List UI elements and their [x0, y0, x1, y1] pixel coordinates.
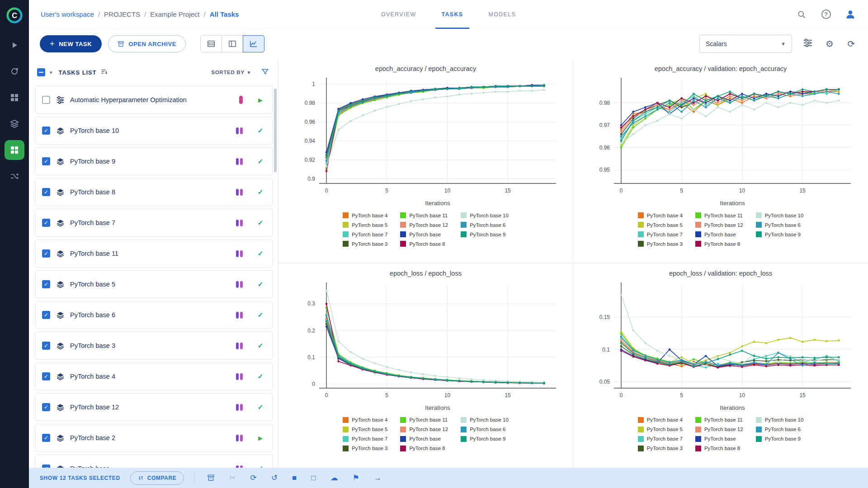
task-row[interactable]: ✓PyTorch base 4✓: [35, 362, 273, 390]
split-view-button[interactable]: [222, 35, 243, 52]
nav-projects-icon[interactable]: [5, 140, 24, 160]
help-icon[interactable]: ?: [820, 9, 832, 20]
metric-select[interactable]: Scalars ▼: [699, 35, 792, 53]
task-row[interactable]: ✓PyTorch base✓: [35, 455, 273, 468]
legend-item[interactable]: PyTorch base: [400, 434, 448, 444]
task-name[interactable]: PyTorch base 8: [70, 188, 230, 196]
legend-item[interactable]: PyTorch base 10: [756, 211, 804, 220]
open-archive-button[interactable]: OPEN ARCHIVE: [108, 35, 186, 52]
nav-dashboard-icon[interactable]: [5, 61, 24, 81]
task-name[interactable]: PyTorch base 11: [70, 250, 230, 257]
tab-overview[interactable]: OVERVIEW: [368, 0, 429, 29]
nav-datasets-icon[interactable]: [5, 88, 24, 108]
legend-item[interactable]: PyTorch base 3: [343, 239, 387, 249]
legend-item[interactable]: PyTorch base 10: [461, 211, 509, 220]
legend-item[interactable]: PyTorch base 4: [343, 211, 387, 220]
new-task-button[interactable]: + NEW TASK: [40, 35, 102, 52]
task-name[interactable]: PyTorch base 10: [70, 127, 230, 134]
compare-button[interactable]: COMPARE: [130, 471, 184, 485]
sorted-by-dropdown[interactable]: SORTED BY ▾: [211, 70, 250, 75]
task-checkbox[interactable]: ✓: [42, 465, 50, 468]
tab-tasks[interactable]: TASKS: [429, 0, 476, 29]
legend-item[interactable]: PyTorch base 10: [756, 415, 804, 425]
search-icon[interactable]: [796, 9, 807, 20]
reset-icon[interactable]: ↺: [271, 473, 278, 483]
legend-item[interactable]: PyTorch base 5: [638, 425, 683, 434]
task-name[interactable]: PyTorch base 9: [70, 158, 230, 165]
task-row[interactable]: ✓PyTorch base 3✓: [35, 332, 273, 360]
task-name[interactable]: Automatic Hyperparameter Optimization: [70, 96, 233, 103]
legend-item[interactable]: PyTorch base 9: [756, 230, 804, 239]
legend-item[interactable]: PyTorch base 4: [638, 211, 683, 220]
chart-plot[interactable]: 05101500.10.20.3Iterations: [290, 278, 561, 413]
legend-item[interactable]: PyTorch base 6: [461, 220, 509, 230]
task-row[interactable]: ✓PyTorch base 9✓: [35, 147, 273, 175]
legend-item[interactable]: PyTorch base 12: [400, 220, 448, 230]
task-row[interactable]: ✓PyTorch base 5✓: [35, 270, 273, 298]
legend-item[interactable]: PyTorch base 5: [343, 425, 387, 434]
task-checkbox[interactable]: ✓: [42, 342, 50, 350]
task-row[interactable]: ✓PyTorch base 8✓: [35, 178, 273, 206]
legend-item[interactable]: PyTorch base 8: [400, 239, 448, 249]
auto-refresh-icon[interactable]: ⟳: [845, 38, 857, 49]
breadcrumb-workspace[interactable]: User's workspace: [41, 10, 94, 18]
legend-item[interactable]: PyTorch base 5: [343, 220, 387, 230]
clone-icon[interactable]: ⟳: [250, 473, 257, 483]
task-checkbox[interactable]: ✓: [42, 372, 50, 380]
tags-icon[interactable]: ⚑: [353, 473, 359, 483]
legend-item[interactable]: PyTorch base 8: [695, 239, 743, 249]
legend-item[interactable]: PyTorch base 11: [695, 211, 743, 220]
select-all-caret-icon[interactable]: ▾: [50, 70, 52, 75]
task-name[interactable]: PyTorch base 7: [70, 219, 230, 226]
sort-icon[interactable]: [101, 68, 108, 77]
legend-item[interactable]: PyTorch base 5: [638, 220, 683, 230]
legend-item[interactable]: PyTorch base 6: [756, 425, 804, 434]
task-row[interactable]: ✓PyTorch base 6✓: [35, 301, 273, 329]
task-name[interactable]: PyTorch base 6: [70, 311, 230, 319]
task-row[interactable]: ✓PyTorch base 10✓: [35, 117, 273, 145]
legend-item[interactable]: PyTorch base 7: [638, 230, 683, 239]
task-row[interactable]: Automatic Hyperparameter Optimization▶: [35, 86, 273, 114]
task-name[interactable]: PyTorch base 12: [70, 404, 230, 411]
task-checkbox[interactable]: ✓: [42, 157, 50, 165]
chart-view-button[interactable]: [243, 35, 264, 52]
task-row[interactable]: ✓PyTorch base 11✓: [35, 239, 273, 267]
user-avatar[interactable]: [844, 9, 856, 20]
task-name[interactable]: PyTorch base 5: [70, 281, 230, 288]
legend-item[interactable]: PyTorch base 11: [695, 415, 743, 425]
task-checkbox[interactable]: ✓: [42, 127, 50, 135]
task-checkbox[interactable]: ✓: [42, 219, 50, 227]
legend-item[interactable]: PyTorch base 7: [343, 434, 387, 444]
task-name[interactable]: PyTorch base 4: [70, 373, 230, 380]
chart-plot[interactable]: 0510150.050.10.15Iterations: [585, 278, 856, 413]
tab-models[interactable]: MODELS: [476, 0, 528, 29]
task-checkbox[interactable]: ✓: [42, 434, 50, 442]
legend-item[interactable]: PyTorch base 8: [400, 444, 448, 453]
chart-plot[interactable]: 0510150.950.960.970.98Iterations: [585, 73, 856, 209]
task-checkbox[interactable]: ✓: [42, 280, 50, 288]
legend-item[interactable]: PyTorch base 3: [343, 444, 387, 453]
breadcrumb-all-tasks[interactable]: All Tasks: [210, 10, 239, 18]
table-view-button[interactable]: [200, 35, 222, 52]
scrollbar-thumb[interactable]: [274, 89, 277, 172]
chart-plot[interactable]: 0510150.90.920.940.960.981Iterations: [290, 73, 561, 209]
filter-icon[interactable]: [261, 68, 269, 77]
archive-action-icon[interactable]: [207, 474, 215, 482]
legend-item[interactable]: PyTorch base 12: [695, 425, 743, 434]
task-row[interactable]: ✓PyTorch base 12✓: [35, 393, 273, 421]
legend-item[interactable]: PyTorch base 9: [461, 230, 509, 239]
legend-item[interactable]: PyTorch base 8: [695, 444, 743, 453]
task-row[interactable]: ✓PyTorch base 2▶: [35, 424, 273, 452]
legend-item[interactable]: PyTorch base 7: [343, 230, 387, 239]
task-checkbox[interactable]: [42, 96, 50, 104]
task-checkbox[interactable]: ✓: [42, 403, 50, 411]
legend-item[interactable]: PyTorch base 3: [638, 239, 683, 249]
tasks-selected-button[interactable]: SHOW 12 TASKS SELECTED: [40, 475, 120, 481]
legend-item[interactable]: PyTorch base 12: [400, 425, 448, 434]
task-checkbox[interactable]: ✓: [42, 249, 50, 258]
legend-item[interactable]: PyTorch base 9: [756, 434, 804, 444]
legend-item[interactable]: PyTorch base 4: [343, 415, 387, 425]
legend-item[interactable]: PyTorch base: [695, 434, 743, 444]
breadcrumb-projects[interactable]: PROJECTS: [104, 10, 140, 18]
publish-icon[interactable]: ☁: [330, 473, 338, 483]
